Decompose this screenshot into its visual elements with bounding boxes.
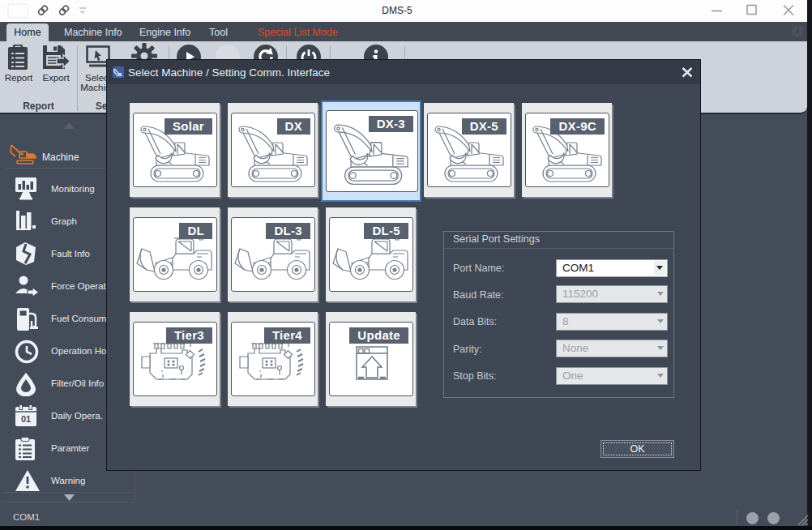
svg-text:01: 01 — [21, 414, 31, 424]
